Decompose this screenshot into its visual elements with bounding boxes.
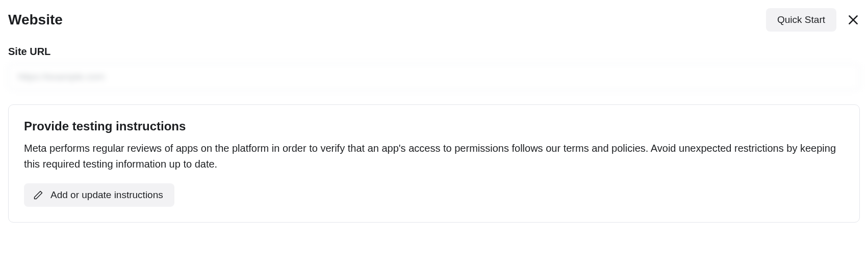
- page-title: Website: [8, 12, 63, 28]
- site-url-input[interactable]: [8, 64, 860, 90]
- card-title: Provide testing instructions: [24, 119, 844, 133]
- pencil-icon: [33, 190, 43, 200]
- testing-instructions-card: Provide testing instructions Meta perfor…: [8, 104, 860, 223]
- add-update-instructions-button[interactable]: Add or update instructions: [24, 183, 174, 207]
- instructions-button-label: Add or update instructions: [50, 189, 163, 201]
- site-url-label: Site URL: [8, 46, 860, 58]
- quick-start-button[interactable]: Quick Start: [766, 8, 836, 32]
- header-actions: Quick Start: [766, 8, 860, 32]
- header-row: Website Quick Start: [8, 8, 860, 32]
- site-url-section: Site URL: [8, 46, 860, 90]
- close-icon[interactable]: [847, 13, 860, 26]
- card-body: Meta performs regular reviews of apps on…: [24, 141, 844, 172]
